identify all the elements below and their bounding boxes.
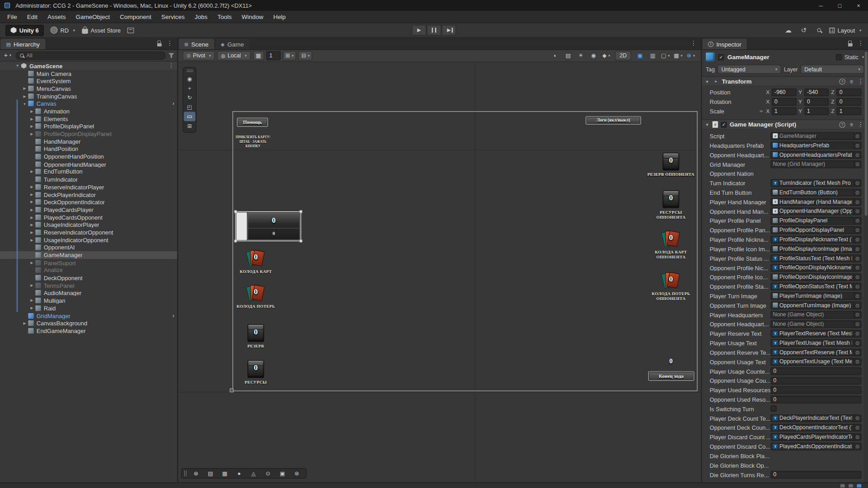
search-icon[interactable] xyxy=(814,24,825,35)
foldout-closed-icon[interactable]: ▶ xyxy=(29,215,35,220)
foldout-closed-icon[interactable]: ▶ xyxy=(29,124,35,129)
help-icon[interactable]: ? xyxy=(840,78,845,84)
foldout-open-icon[interactable]: ▼ xyxy=(14,64,20,68)
object-field[interactable]: PlayedCardsOpponentIndicatorText (Text M… xyxy=(770,442,861,450)
player-pile-4[interactable]: 0РЕСУРСЫ xyxy=(231,359,281,385)
hierarchy-item-panelsuport[interactable]: ▶PanelSuport xyxy=(0,259,177,267)
logs-toggle-game-button[interactable]: Логи (вкл/выкл) xyxy=(586,116,641,124)
object-picker-icon[interactable]: ⊙ xyxy=(854,302,861,309)
object-field[interactable]: OpponentHandManager (Opponent Hand Manag… xyxy=(770,207,861,215)
hierarchy-item-gamemanager[interactable]: GameManager xyxy=(0,251,177,259)
hierarchy-item-turnindicator[interactable]: TurnIndicator xyxy=(0,176,177,183)
foldout-closed-icon[interactable]: ▶ xyxy=(29,298,35,303)
foldout-closed-icon[interactable]: ▶ xyxy=(29,260,35,265)
opponent-pile-3[interactable]: 0КОЛОДА КАРТ ОППОНЕНТА xyxy=(646,229,696,259)
tool-handle-rotation-dropdown[interactable]: ◍ Local ▾ xyxy=(217,51,250,61)
inspector-menu-icon[interactable]: ⋮ xyxy=(858,40,863,46)
rotation-y-field[interactable]: 0 xyxy=(804,98,829,105)
foldout-closed-icon[interactable]: ▶ xyxy=(29,185,35,189)
object-field[interactable]: ProfileDisplayIconImage (Image)⊙ xyxy=(770,245,861,253)
scene-tab[interactable]: ⊞ Scene xyxy=(179,39,214,49)
component-select-icon[interactable]: ▥ xyxy=(647,51,658,61)
hierarchy-item-gridmanager[interactable]: GridManager› xyxy=(0,312,177,319)
rotate-tool[interactable]: ↻ xyxy=(184,93,196,103)
hierarchy-item-deckopponent[interactable]: DeckOpponent xyxy=(0,274,177,282)
scale-tool[interactable]: ◰ xyxy=(184,103,196,112)
object-field[interactable]: EndTurnButton (Button)⊙ xyxy=(770,188,861,196)
hierarchy-search-input[interactable]: All xyxy=(15,51,165,59)
object-picker-icon[interactable]: ⊙ xyxy=(854,349,861,356)
object-field[interactable]: DeckOpponentIndicatorText (Text Mesh Pro… xyxy=(770,423,861,431)
foldout-closed-icon[interactable]: ▶ xyxy=(29,117,35,121)
close-button[interactable]: × xyxy=(849,0,868,11)
gameobject-name-field[interactable]: GameManager xyxy=(727,54,833,61)
hierarchy-menu-icon[interactable]: ⋮ xyxy=(167,40,173,46)
scale-link-icon[interactable]: ∞ xyxy=(759,108,764,113)
hierarchy-item-playedcardsopponent[interactable]: ▶PlayedCardsOpponent xyxy=(0,213,177,221)
foldout-closed-icon[interactable]: ▶ xyxy=(29,238,35,242)
hierarchy-item-handmanager[interactable]: HandManager xyxy=(0,138,177,145)
audio-icon[interactable]: ◉ xyxy=(588,51,599,61)
object-picker-icon[interactable]: ⊙ xyxy=(854,198,861,205)
overlay-grip[interactable] xyxy=(184,470,187,476)
object-picker-icon[interactable]: ⊙ xyxy=(854,236,861,243)
package-manager-button[interactable] xyxy=(127,28,134,33)
foldout-open-icon[interactable]: ▼ xyxy=(705,122,710,127)
scene-menu-icon[interactable]: ⋮ xyxy=(690,40,696,46)
object-field[interactable]: ProfileOponDisplayNicknameText (Text Mes… xyxy=(770,263,861,271)
foldout-closed-icon[interactable]: ▶ xyxy=(22,94,28,99)
hierarchy-item-eventsystem[interactable]: EventSystem xyxy=(0,77,177,85)
transform-component-header[interactable]: ▼ + Transform ? ≡ ⋮ xyxy=(702,76,868,86)
object-field[interactable]: OpponentTextReserve (Text Mesh Pro UGUI)… xyxy=(770,348,861,356)
object-field[interactable]: GameManager⊙ xyxy=(770,132,861,140)
lock-icon[interactable] xyxy=(848,43,853,46)
move-tool[interactable]: + xyxy=(184,84,196,93)
object-picker-icon[interactable]: ⊙ xyxy=(854,311,861,318)
selection-handle[interactable] xyxy=(299,239,302,242)
pause-button[interactable] xyxy=(427,25,441,35)
player-pile-1[interactable]: 0КОЛОДА КАРТ xyxy=(231,249,281,274)
layout-dropdown[interactable]: Layout ▾ xyxy=(829,27,861,33)
hierarchy-item-deckplayerindicator[interactable]: ▶DeckPlayerIndicator xyxy=(0,191,177,198)
lock-icon[interactable] xyxy=(157,43,162,46)
object-field[interactable]: ProfileStatusText (Text Mesh Pro UGUI)⊙ xyxy=(770,254,861,262)
end-turn-game-button[interactable]: Конец хода xyxy=(648,371,694,381)
object-field[interactable]: ProfileOpponDisplayPanel⊙ xyxy=(770,226,861,234)
overlay-settings-icon[interactable]: ⊛ xyxy=(290,469,303,477)
object-picker-icon[interactable]: ⊙ xyxy=(854,433,861,440)
object-field[interactable]: ProfileDisplayNicknameText (Text Mesh Pr… xyxy=(770,235,861,243)
maximize-button[interactable]: □ xyxy=(830,0,849,11)
object-picker-icon[interactable]: ⊙ xyxy=(854,132,861,139)
foldout-closed-icon[interactable]: ▶ xyxy=(29,223,35,227)
object-picker-icon[interactable]: ⊙ xyxy=(854,443,861,450)
foldout-closed-icon[interactable]: ▶ xyxy=(29,131,35,136)
player-pile-2[interactable]: 0КОЛОДА ПОТЕРЬ xyxy=(231,283,281,309)
foldout-closed-icon[interactable]: ▶ xyxy=(29,207,35,212)
prefab-open-chevron-icon[interactable]: › xyxy=(173,100,175,108)
object-field[interactable]: None (Grid Manager)⊙ xyxy=(770,160,861,168)
grid-visibility-icon[interactable]: ▦▾ xyxy=(673,51,684,61)
grid-size-field[interactable]: 1 xyxy=(266,51,280,61)
object-field[interactable]: OpponentHeadquartersPrefab⊙ xyxy=(770,151,861,159)
inspector-tab[interactable]: i Inspector xyxy=(703,39,747,49)
hierarchy-item-raid[interactable]: ▶Raid xyxy=(0,304,177,312)
object-picker-icon[interactable]: ⊙ xyxy=(854,179,861,186)
status-console-icon[interactable] xyxy=(857,484,862,487)
object-picker-icon[interactable]: ⊙ xyxy=(854,217,861,224)
step-button[interactable]: ▶ xyxy=(442,25,456,35)
foldout-closed-icon[interactable]: ▶ xyxy=(29,306,35,310)
search-filter-icon[interactable] xyxy=(168,53,174,58)
cloud-icon[interactable]: ☁ xyxy=(783,24,793,35)
hierarchy-item-animation[interactable]: ▶Animation xyxy=(0,108,177,115)
grid-snapping-icon[interactable]: ▦ xyxy=(253,51,264,61)
foldout-open-icon[interactable]: ▼ xyxy=(22,102,28,106)
selected-rect-widget[interactable]: 0 0 xyxy=(235,211,301,241)
menu-help[interactable]: Help xyxy=(268,11,291,23)
shading-mode-icon[interactable]: ◐ xyxy=(550,51,561,61)
object-field[interactable]: PlayedCardsPlayerIndicatorText (Text Mes… xyxy=(770,433,861,441)
undo-history-icon[interactable]: ↺ xyxy=(798,24,809,35)
object-picker-icon[interactable]: ⊙ xyxy=(854,255,861,262)
hierarchy-item-endturnbutton[interactable]: ▶EndTurnButton xyxy=(0,168,177,176)
hierarchy-item-termspanel[interactable]: ▶TermsPanel xyxy=(0,282,177,289)
hierarchy-item-main-camera[interactable]: Main Camera xyxy=(0,70,177,77)
